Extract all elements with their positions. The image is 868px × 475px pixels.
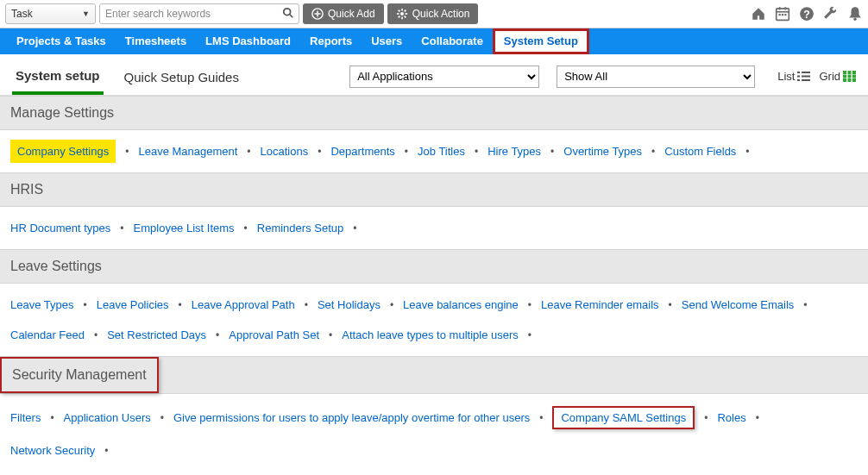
setting-link[interactable]: Leave Approval Path <box>192 296 295 314</box>
chevron-down-icon: ▼ <box>82 9 90 18</box>
setting-link[interactable]: Overtime Types <box>563 142 642 160</box>
svg-rect-33 <box>843 75 846 78</box>
bullet-separator: • <box>390 299 393 311</box>
quick-action-button[interactable]: Quick Action <box>387 3 479 24</box>
svg-text:?: ? <box>803 9 810 21</box>
setting-link[interactable]: Roles <box>717 409 745 427</box>
list-view-label: List <box>777 70 795 83</box>
setting-link[interactable]: Approval Path Set <box>229 326 319 344</box>
show-filter-select[interactable]: Show All <box>557 66 755 88</box>
setting-link[interactable]: Network Security <box>10 441 95 459</box>
setting-link[interactable]: Job Titles <box>418 142 465 160</box>
bullet-separator: • <box>104 445 108 457</box>
setting-link[interactable]: Locations <box>261 142 309 160</box>
svg-point-23 <box>853 18 856 21</box>
application-filter-select[interactable]: All Applications <box>349 66 539 88</box>
search-input[interactable] <box>99 3 299 24</box>
setting-link[interactable]: Leave Policies <box>97 296 169 314</box>
sub-tabs: System setup Quick Setup Guides All Appl… <box>0 54 868 96</box>
nav-timesheets[interactable]: Timesheets <box>116 28 196 54</box>
svg-rect-24 <box>797 72 800 73</box>
svg-rect-28 <box>797 79 800 81</box>
svg-rect-35 <box>852 75 856 78</box>
grid-view-label: Grid <box>819 70 840 83</box>
setting-link[interactable]: Filters <box>10 409 41 427</box>
grid-view-toggle[interactable]: Grid <box>819 70 856 83</box>
setting-link[interactable]: HR Document types <box>10 219 110 237</box>
nav-reports[interactable]: Reports <box>300 28 362 54</box>
svg-rect-26 <box>797 76 800 78</box>
svg-rect-29 <box>802 79 810 81</box>
task-type-label: Task <box>11 8 33 20</box>
setting-link[interactable]: Hire Types <box>487 142 541 160</box>
bullet-separator: • <box>305 299 308 311</box>
bullet-separator: • <box>94 329 97 341</box>
link-row: Calendar Feed•Set Restricted Days•Approv… <box>0 326 868 356</box>
setting-link[interactable]: Leave balances engine <box>403 296 519 314</box>
bullet-separator: • <box>83 299 86 311</box>
section-header: Manage Settings <box>0 96 868 130</box>
nav-collaborate[interactable]: Collaborate <box>412 28 493 54</box>
bullet-separator: • <box>704 412 708 424</box>
setting-link[interactable]: Leave Management <box>138 142 237 160</box>
nav-system-setup[interactable]: System Setup <box>493 28 589 54</box>
svg-rect-18 <box>779 14 781 16</box>
help-icon[interactable]: ? <box>799 6 815 22</box>
svg-line-13 <box>404 10 406 12</box>
wrench-icon[interactable] <box>823 6 839 22</box>
setting-link[interactable]: Departments <box>330 142 394 160</box>
link-row: Network Security• <box>0 441 868 472</box>
search-icon[interactable] <box>282 7 294 19</box>
svg-line-10 <box>398 10 399 12</box>
setting-link[interactable]: Leave Types <box>10 296 73 314</box>
link-row: HR Document types•Employee List Items•Re… <box>0 207 868 249</box>
calendar-icon[interactable] <box>775 6 790 22</box>
link-row: Filters•Application Users•Give permissio… <box>0 394 868 441</box>
svg-rect-36 <box>843 78 846 82</box>
setting-link[interactable]: Attach leave types to multiple users <box>342 326 519 344</box>
setting-link[interactable]: Company SAML Settings <box>552 406 695 429</box>
bullet-separator: • <box>120 222 123 234</box>
main-nav: Projects & Tasks Timesheets LMS Dashboar… <box>0 28 868 54</box>
svg-rect-38 <box>852 78 856 82</box>
setting-link[interactable]: Send Welcome Emails <box>682 296 795 314</box>
setting-link[interactable]: Custom Fields <box>664 142 736 160</box>
svg-line-1 <box>290 15 293 18</box>
list-icon <box>797 71 810 82</box>
setting-link[interactable]: Set Holidays <box>318 296 381 314</box>
bell-icon[interactable] <box>847 6 863 22</box>
bullet-separator: • <box>216 329 219 341</box>
setting-link[interactable]: Give permissions for users to apply leav… <box>173 409 530 427</box>
svg-point-5 <box>400 12 404 16</box>
list-view-toggle[interactable]: List <box>777 70 810 83</box>
nav-projects-tasks[interactable]: Projects & Tasks <box>7 28 116 54</box>
setting-link[interactable]: Calendar Feed <box>10 326 85 344</box>
svg-rect-25 <box>802 72 810 73</box>
tab-system-setup[interactable]: System setup <box>12 63 104 95</box>
bullet-separator: • <box>745 146 749 158</box>
setting-link[interactable]: Employee List Items <box>134 219 235 237</box>
setting-link[interactable]: Set Restricted Days <box>107 326 206 344</box>
svg-point-0 <box>284 9 291 16</box>
bullet-separator: • <box>329 329 332 341</box>
bullet-separator: • <box>528 299 531 311</box>
quick-action-label: Quick Action <box>412 8 470 20</box>
setting-link[interactable]: Leave Reminder emails <box>541 296 659 314</box>
setting-link[interactable]: Reminders Setup <box>257 219 343 237</box>
tab-quick-setup-guides[interactable]: Quick Setup Guides <box>121 65 242 93</box>
nav-lms-dashboard[interactable]: LMS Dashboard <box>196 28 300 54</box>
search-wrap <box>99 3 299 24</box>
nav-users[interactable]: Users <box>362 28 412 54</box>
bullet-separator: • <box>405 146 408 158</box>
bullet-separator: • <box>318 146 321 158</box>
svg-line-12 <box>398 16 399 18</box>
setting-link[interactable]: Application Users <box>64 409 151 427</box>
task-type-select[interactable]: Task ▼ <box>5 3 96 24</box>
home-icon[interactable] <box>751 6 766 22</box>
link-row: Leave Types•Leave Policies•Leave Approva… <box>0 284 868 326</box>
bullet-separator: • <box>247 146 250 158</box>
quick-add-button[interactable]: Quick Add <box>303 3 384 24</box>
setting-link[interactable]: Company Settings <box>10 140 116 163</box>
grid-icon <box>843 71 856 82</box>
bullet-separator: • <box>651 146 655 158</box>
